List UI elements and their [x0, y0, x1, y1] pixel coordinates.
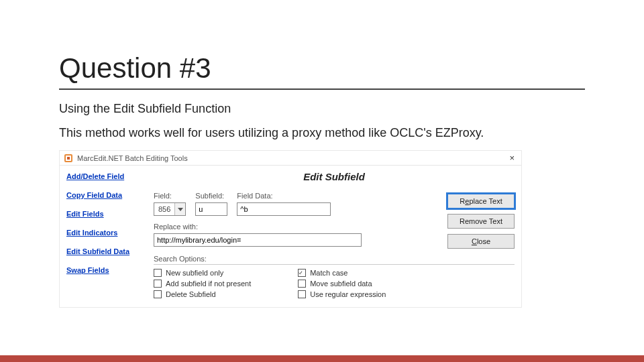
- checkbox-icon: [298, 269, 306, 277]
- opt-label: Delete Subfield: [166, 290, 216, 298]
- chevron-down-icon: [174, 203, 185, 215]
- checkbox-icon: [298, 280, 306, 288]
- heading-rule: [59, 88, 585, 90]
- field-select[interactable]: 856: [154, 202, 186, 216]
- opt-move-subfield-data[interactable]: Move subfield data: [298, 280, 386, 288]
- field-label: Field:: [154, 192, 186, 200]
- field-select-value: 856: [154, 205, 174, 213]
- svg-rect-2: [67, 157, 70, 160]
- opt-label: New subfield only: [166, 269, 223, 277]
- options-divider: [154, 264, 515, 265]
- slide-subtitle-1: Using the Edit Subfield Function: [59, 102, 231, 116]
- opt-use-regular-expression[interactable]: Use regular expression: [298, 290, 386, 298]
- checkbox-icon: [154, 280, 162, 288]
- opt-delete-subfield[interactable]: Delete Subfield: [154, 290, 251, 298]
- opt-label: Move subfield data: [310, 280, 372, 288]
- opt-label: Add subfield if not present: [166, 280, 251, 288]
- sidebar-item-swap-fields[interactable]: Swap Fields: [66, 266, 140, 274]
- panel-title: Edit Subfield: [154, 171, 515, 182]
- slide-heading: Question #3: [59, 52, 211, 84]
- close-icon[interactable]: ×: [506, 154, 517, 162]
- opt-label: Use regular expression: [310, 290, 386, 298]
- close-button[interactable]: Close: [447, 234, 515, 249]
- slide-subtitle-2: This method works well for users utilizi…: [59, 126, 484, 140]
- replace-text-button[interactable]: Replace Text: [447, 194, 515, 208]
- checkbox-icon: [298, 290, 306, 298]
- window-titlebar: MarcEdit.NET Batch Editing Tools ×: [60, 151, 521, 166]
- opt-new-subfield-only[interactable]: New subfield only: [154, 269, 251, 277]
- slide-accent-bar: [0, 355, 644, 362]
- checkbox-icon: [154, 269, 162, 277]
- checkbox-icon: [154, 290, 162, 298]
- opt-match-case[interactable]: Match case: [298, 269, 386, 277]
- sidebar-item-edit-fields[interactable]: Edit Fields: [66, 210, 140, 218]
- sidebar-item-copy-field-data[interactable]: Copy Field Data: [66, 191, 140, 199]
- sidebar-item-edit-subfield-data[interactable]: Edit Subfield Data: [66, 247, 140, 255]
- replace-with-input[interactable]: [154, 233, 362, 247]
- app-window: MarcEdit.NET Batch Editing Tools × Add/D…: [59, 150, 522, 308]
- app-icon: [64, 154, 73, 163]
- main-panel: Edit Subfield Field: 856 Subfield:: [147, 166, 521, 307]
- subfield-label: Subfield:: [195, 192, 227, 200]
- sidebar-item-edit-indicators[interactable]: Edit Indicators: [66, 229, 140, 237]
- subfield-input[interactable]: [195, 202, 227, 216]
- search-options-label: Search Options:: [154, 255, 515, 263]
- sidebar: Add/Delete Field Copy Field Data Edit Fi…: [60, 166, 147, 307]
- opt-label: Match case: [310, 269, 347, 277]
- fielddata-label: Field Data:: [237, 192, 331, 200]
- fielddata-input[interactable]: [237, 202, 331, 216]
- remove-text-button[interactable]: Remove Text: [447, 214, 515, 229]
- window-title: MarcEdit.NET Batch Editing Tools: [77, 154, 506, 162]
- opt-add-subfield-if-not-present[interactable]: Add subfield if not present: [154, 280, 251, 288]
- sidebar-item-add-delete-field[interactable]: Add/Delete Field: [66, 172, 140, 180]
